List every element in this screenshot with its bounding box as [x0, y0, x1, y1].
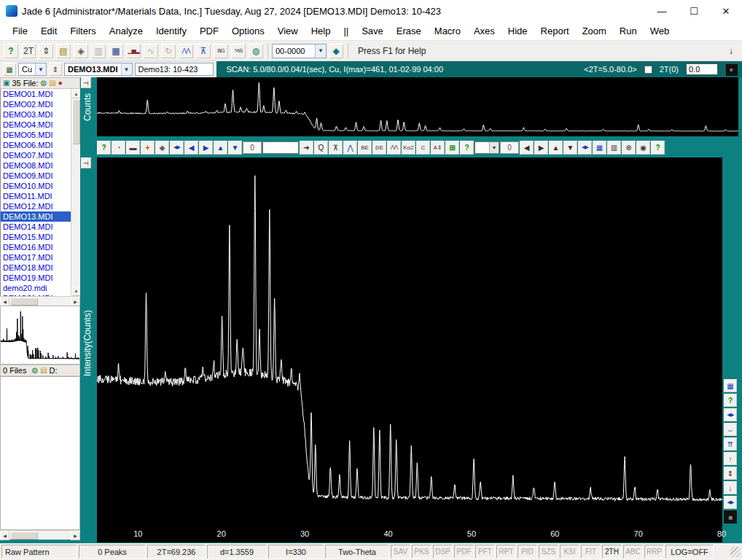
file-list-item[interactable]: DEMO04.MDI [1, 120, 71, 130]
menu-item-run[interactable]: Run [613, 26, 644, 36]
file-list-item[interactable]: DEMO02.MDI [1, 99, 71, 109]
twotheta-offset-checkbox[interactable] [644, 66, 652, 74]
menu-item-save[interactable]: Save [355, 26, 390, 36]
file-list-item[interactable]: DEMO13.MDI [1, 211, 71, 222]
overview-chart[interactable] [97, 77, 738, 136]
pattern-list-icon[interactable]: ▦ [3, 63, 16, 76]
globe-icon[interactable]: ◍ [41, 79, 47, 87]
file-list-item[interactable]: DEMO06.MDI [1, 140, 71, 150]
menu-item-axes[interactable]: Axes [467, 26, 501, 36]
file-list-item[interactable]: DEMO05.MDI [1, 130, 71, 140]
maximize-button[interactable]: ☐ [678, 0, 710, 22]
shift-right-icon[interactable]: ▶ [534, 141, 548, 155]
marker-diamond-icon[interactable]: ◆ [155, 141, 169, 155]
menu-item-web[interactable]: Web [644, 26, 676, 36]
profile-shape-icon[interactable]: ◔ [112, 141, 125, 155]
log-scale-segment[interactable]: LOG=OFF [665, 545, 714, 559]
menu-item-edit[interactable]: Edit [34, 26, 63, 36]
twotheta-offset-input[interactable] [686, 63, 718, 75]
baseline-icon[interactable]: ▬ [126, 141, 140, 155]
status-flag-abc[interactable]: ABC [623, 545, 643, 559]
status-flag-ksi[interactable]: KSI [560, 545, 579, 559]
file-list-scrollbar[interactable]: ▲ ▼ [71, 89, 80, 296]
scroll-up-icon[interactable]: ↑ [724, 452, 737, 465]
grid-overlay-icon[interactable]: ⊞ [445, 141, 459, 155]
file-list-hscrollbar[interactable]: ◀ ▶ [0, 296, 80, 306]
menu-item-file[interactable]: File [6, 26, 34, 36]
menu-item-erase[interactable]: Erase [390, 26, 428, 36]
background-edit-icon[interactable]: BE [358, 141, 372, 155]
file-list-item[interactable]: DEMO16.MDI [1, 242, 71, 252]
folder-icon[interactable]: ▤ [49, 79, 55, 87]
axis-mode-segment[interactable]: Two-Theta [325, 545, 389, 559]
stick-patterns-icon[interactable]: ▁▅▂ [125, 43, 141, 59]
full-height-icon[interactable]: ⇕ [724, 467, 737, 480]
file-list-item[interactable]: DEMO11.MDI [1, 191, 71, 201]
peak-area-icon[interactable]: ⋀ [343, 141, 357, 155]
menu-item-hide[interactable]: Hide [501, 26, 534, 36]
full-width-icon[interactable]: ⇔ [724, 423, 737, 436]
pdf-diamond-icon[interactable]: ◆ [328, 43, 344, 59]
chevron-down-icon[interactable]: ▼ [315, 44, 326, 58]
status-flag-fit[interactable]: FIT [581, 545, 601, 559]
sort-alpha-icon[interactable]: A⇕ [431, 141, 445, 155]
main-chart[interactable] [97, 158, 722, 526]
pdf-number-combo[interactable]: 00-0000 ▼ [272, 44, 327, 58]
anode-select[interactable]: Cu ▼ [18, 63, 47, 76]
file-list-item[interactable]: DEMO03.MDI [1, 109, 71, 120]
chevron-down-icon[interactable]: ▼ [35, 63, 46, 75]
menu-item-pdf[interactable]: PDF [193, 26, 225, 36]
overlay-peaks-icon[interactable]: ⋀⋀ [178, 43, 194, 59]
shift-left-icon[interactable]: ◀ [520, 141, 534, 155]
chevron-down-icon[interactable]: ▼ [121, 63, 132, 75]
pin-icon[interactable]: ● [58, 79, 63, 87]
menu-item-separator[interactable]: || [337, 26, 355, 36]
main-chart-canvas[interactable] [97, 158, 722, 526]
web-globe-icon[interactable]: ◍ [248, 43, 264, 59]
pan-left-icon[interactable]: ◀ [184, 141, 198, 155]
data-edit-icon[interactable]: DE [372, 141, 386, 155]
file-list-item[interactable]: DEMO07.MDI [1, 150, 71, 160]
file-list-item[interactable]: DEMO15.MDI [1, 232, 71, 242]
help-left-icon[interactable]: ? [97, 141, 111, 155]
pan-up-icon[interactable]: ▲ [214, 141, 227, 155]
folder-icon[interactable]: ▤ [40, 367, 47, 374]
status-flag-pid[interactable]: PID [518, 545, 537, 559]
hscrollbar-thumb[interactable] [10, 298, 38, 306]
strip-percent-icon[interactable]: %S [230, 43, 246, 59]
zoom-cursor-icon[interactable]: ➔ [300, 141, 313, 155]
dock-main-button[interactable]: ⊣ [81, 158, 91, 168]
status-flag-rpt[interactable]: RPT [496, 545, 516, 559]
file-list-item[interactable]: DEMO18.MDI [1, 262, 71, 273]
overview-chart-canvas[interactable] [97, 77, 738, 136]
menu-item-identify[interactable]: Identify [149, 26, 193, 36]
chevron-down-icon[interactable]: ▼ [489, 142, 499, 153]
open-file-icon[interactable]: ▤ [55, 43, 71, 59]
menu-item-filters[interactable]: Filters [63, 26, 102, 36]
status-flag-pks[interactable]: PKS [412, 545, 431, 559]
lower-file-pane[interactable] [0, 376, 80, 530]
scroll-up-icon[interactable]: ▲ [71, 89, 80, 98]
menu-item-macro[interactable]: Macro [428, 26, 467, 36]
sort-updown-icon[interactable]: ⇕ [38, 43, 54, 59]
menu-item-help[interactable]: Help [305, 26, 337, 36]
file-list-item[interactable]: DEMO01.MDI [1, 89, 71, 99]
record-view-icon[interactable]: ◉ [636, 141, 650, 155]
file-list-item[interactable]: DEMO19.MDI [1, 273, 71, 283]
scroll-down-icon[interactable]: ↓ [724, 481, 737, 494]
scroll-down-icon[interactable]: ▼ [71, 287, 80, 296]
collapse-up-icon[interactable]: ⇈ [724, 438, 737, 451]
menu-item-view[interactable]: View [271, 26, 305, 36]
file-list-item[interactable]: DEMO14.MDI [1, 222, 71, 232]
thumbnail-chart-canvas[interactable] [1, 306, 79, 364]
crosshair-icon[interactable]: + [141, 141, 155, 155]
save-pattern-icon[interactable]: ◈ [73, 43, 89, 59]
close-button[interactable]: ✕ [710, 0, 742, 22]
file-list-item[interactable]: DEMO09.MDI [1, 171, 71, 181]
scan-options-button[interactable]: ■ [725, 63, 738, 76]
file-list-item[interactable]: DEMO08.MDI [1, 160, 71, 171]
file-list-item[interactable]: demo20.mdi [1, 283, 71, 293]
black-box-icon[interactable]: ■ [724, 510, 737, 524]
scrollbar-thumb[interactable] [72, 99, 80, 144]
shift-down-icon[interactable]: ▼ [563, 141, 577, 155]
